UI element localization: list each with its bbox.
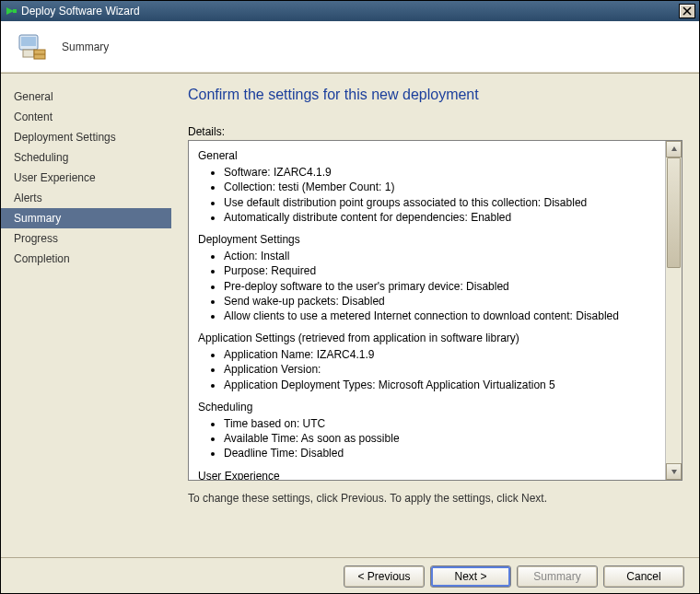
details-text: GeneralSoftware: IZARC4.1.9Collection: t… [189,141,665,480]
details-bullet: Collection: testi (Member Count: 1) [224,180,656,194]
wizard-footer: < Previous Next > Summary Cancel [1,558,699,594]
svg-rect-6 [23,50,34,57]
details-section-list: Time based on: UTCAvailable Time: As soo… [198,416,656,461]
nav-item-content[interactable]: Content [1,107,171,127]
page-heading: Confirm the settings for this new deploy… [188,87,682,103]
svg-marker-0 [6,7,14,15]
nav-item-scheduling[interactable]: Scheduling [1,147,171,168]
computer-package-icon [14,29,49,64]
details-section-list: Software: IZARC4.1.9Collection: testi (M… [198,165,656,225]
details-bullet: Time based on: UTC [224,416,656,431]
next-button[interactable]: Next > [430,565,511,588]
nav-item-deployment-settings[interactable]: Deployment Settings [1,127,171,147]
nav-item-summary[interactable]: Summary [1,208,171,228]
details-section-title: Scheduling [198,400,656,414]
title-bar: Deploy Software Wizard [1,1,699,21]
details-section-list: Action: InstallPurpose: RequiredPre-depl… [198,249,656,323]
details-section-title: User Experience [198,469,656,480]
details-bullet: Application Version: [224,362,656,377]
cancel-button[interactable]: Cancel [603,565,684,588]
details-section-title: General [198,148,656,163]
nav-item-user-experience[interactable]: User Experience [1,168,171,188]
banner-title: Summary [62,41,109,53]
details-bullet: Automatically distribute content for dep… [224,210,656,225]
details-bullet: Send wake-up packets: Disabled [224,294,656,309]
details-bullet: Deadline Time: Disabled [224,446,656,460]
details-bullet: Available Time: As soon as possible [224,431,656,446]
svg-rect-5 [21,37,36,46]
summary-button: Summary [517,565,598,588]
window-title: Deploy Software Wizard [21,5,679,17]
wizard-nav: GeneralContentDeployment SettingsSchedul… [1,74,171,557]
details-bullet: Action: Install [224,249,656,263]
details-label: Details: [188,125,682,138]
details-bullet: Allow clients to use a metered Internet … [224,309,656,323]
wizard-content: Confirm the settings for this new deploy… [171,74,699,557]
scroll-down-button[interactable] [666,463,682,480]
details-box: GeneralSoftware: IZARC4.1.9Collection: t… [188,140,682,481]
scroll-up-button[interactable] [666,141,682,157]
svg-rect-1 [13,9,17,13]
details-bullet: Pre-deploy software to the user's primar… [224,279,656,294]
details-bullet: Purpose: Required [224,263,656,278]
nav-item-alerts[interactable]: Alerts [1,188,171,208]
details-bullet: Application Deployment Types: Microsoft … [224,378,656,392]
details-section-title: Deployment Settings [198,232,656,247]
wizard-banner: Summary [1,21,699,72]
details-bullet: Software: IZARC4.1.9 [224,165,656,180]
scroll-thumb[interactable] [667,157,681,268]
svg-marker-10 [671,470,677,474]
close-button[interactable] [679,4,695,18]
details-section-title: Application Settings (retrieved from app… [198,331,656,345]
wizard-arrow-icon [5,5,18,17]
scroll-track[interactable] [666,157,682,463]
previous-button[interactable]: < Previous [344,565,425,588]
svg-marker-9 [671,146,677,151]
details-bullet: Use default distribution point groups as… [224,195,656,210]
nav-item-progress[interactable]: Progress [1,228,171,249]
hint-text: To change these settings, click Previous… [188,492,682,505]
nav-item-general[interactable]: General [1,87,171,107]
scrollbar[interactable] [665,141,682,480]
details-bullet: Application Name: IZARC4.1.9 [224,347,656,362]
details-section-list: Application Name: IZARC4.1.9Application … [198,347,656,392]
nav-item-completion[interactable]: Completion [1,249,171,269]
